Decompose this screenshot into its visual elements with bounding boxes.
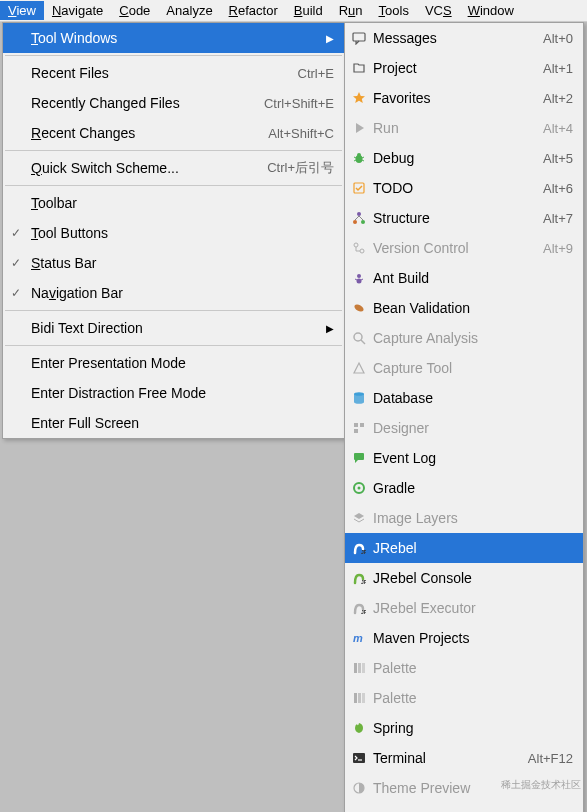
toolwin-messages[interactable]: MessagesAlt+0	[345, 23, 583, 53]
palette-icon	[351, 660, 367, 676]
menubar-tools[interactable]: Tools	[371, 1, 417, 20]
menubar-window[interactable]: Window	[460, 1, 522, 20]
menu-status-bar[interactable]: ✓Status Bar	[3, 248, 344, 278]
menu-tool-buttons[interactable]: ✓Tool Buttons	[3, 218, 344, 248]
svg-point-2	[357, 153, 361, 157]
menu-quick-switch-scheme-[interactable]: Quick Switch Scheme...Ctrl+后引号	[3, 153, 344, 183]
svg-rect-24	[360, 423, 364, 427]
palette-icon	[351, 690, 367, 706]
menubar-refactor[interactable]: Refactor	[221, 1, 286, 20]
jrebel-icon: JR	[351, 600, 367, 616]
check-icon: ✓	[11, 286, 21, 300]
menu-item-label: Tool Buttons	[31, 225, 334, 241]
menubar-navigate[interactable]: Navigate	[44, 1, 111, 20]
shortcut: Alt+2	[543, 91, 573, 106]
toolwin-capture-analysis: Capture Analysis	[345, 323, 583, 353]
toolwin-database[interactable]: Database	[345, 383, 583, 413]
svg-line-3	[354, 157, 356, 158]
menu-recently-changed-files[interactable]: Recently Changed FilesCtrl+Shift+E	[3, 88, 344, 118]
menu-item-label: Bean Validation	[373, 300, 573, 316]
db-icon	[351, 390, 367, 406]
toolwin-image-layers: Image Layers	[345, 503, 583, 533]
svg-point-27	[358, 487, 361, 490]
play-icon	[351, 120, 367, 136]
menu-item-label: Run	[373, 120, 523, 136]
designer-icon	[351, 420, 367, 436]
toolwin-jrebel[interactable]: JRJRebel	[345, 533, 583, 563]
menu-item-label: Gradle	[373, 480, 573, 496]
shortcut: Alt+0	[543, 31, 573, 46]
menu-item-label: Palette	[373, 690, 573, 706]
menu-item-label: Enter Full Screen	[31, 415, 334, 431]
menu-item-label: Maven Projects	[373, 630, 573, 646]
toolwin-version-control: Version ControlAlt+9	[345, 233, 583, 263]
toolwin-designer: Designer	[345, 413, 583, 443]
menu-item-label: Terminal	[373, 750, 508, 766]
menu-item-label: Recently Changed Files	[31, 95, 244, 111]
toolwin-ant-build[interactable]: Ant Build	[345, 263, 583, 293]
menubar-build[interactable]: Build	[286, 1, 331, 20]
shortcut: Alt+5	[543, 151, 573, 166]
menu-item-label: Capture Analysis	[373, 330, 573, 346]
menu-recent-files[interactable]: Recent FilesCtrl+E	[3, 58, 344, 88]
layers-icon	[351, 510, 367, 526]
svg-rect-32	[354, 663, 357, 673]
menu-item-label: Status Bar	[31, 255, 334, 271]
svg-rect-23	[354, 423, 358, 427]
menu-toolbar[interactable]: Toolbar	[3, 188, 344, 218]
toolwin-spring[interactable]: Spring	[345, 713, 583, 743]
menubar: ViewNavigateCodeAnalyzeRefactorBuildRunT…	[0, 0, 587, 22]
toolwin-jrebel-executor: JRJRebel Executor	[345, 593, 583, 623]
menubar-analyze[interactable]: Analyze	[158, 1, 220, 20]
menu-item-label: JRebel	[373, 540, 573, 556]
toolwin-event-log[interactable]: Event Log	[345, 443, 583, 473]
menu-item-label: TODO	[373, 180, 523, 196]
menu-recent-changes[interactable]: Recent ChangesAlt+Shift+C	[3, 118, 344, 148]
menu-item-label: Bidi Text Direction	[31, 320, 316, 336]
toolwin-palette: Palette	[345, 653, 583, 683]
menubar-run[interactable]: Run	[331, 1, 371, 20]
check-icon: ✓	[11, 256, 21, 270]
menu-enter-full-screen[interactable]: Enter Full Screen	[3, 408, 344, 438]
toolwin-debug[interactable]: DebugAlt+5	[345, 143, 583, 173]
toolwin-favorites[interactable]: FavoritesAlt+2	[345, 83, 583, 113]
toolwin-capture-tool: Capture Tool	[345, 353, 583, 383]
menu-navigation-bar[interactable]: ✓Navigation Bar	[3, 278, 344, 308]
menu-item-label: Tool Windows	[31, 30, 316, 46]
toolwin-structure[interactable]: StructureAlt+7	[345, 203, 583, 233]
bug-icon	[351, 150, 367, 166]
menu-enter-distraction-free-mode[interactable]: Enter Distraction Free Mode	[3, 378, 344, 408]
menu-item-label: Structure	[373, 210, 523, 226]
toolwin-theme-preview: Theme Preview	[345, 773, 583, 803]
separator	[5, 55, 342, 56]
shortcut: Alt+4	[543, 121, 573, 136]
menubar-code[interactable]: Code	[111, 1, 158, 20]
menu-item-label: Navigation Bar	[31, 285, 334, 301]
toolwin-todo[interactable]: TODOAlt+6	[345, 173, 583, 203]
toolwin-project[interactable]: ProjectAlt+1	[345, 53, 583, 83]
svg-point-16	[357, 279, 362, 284]
menu-item-label: Palette	[373, 660, 573, 676]
menu-enter-presentation-mode[interactable]: Enter Presentation Mode	[3, 348, 344, 378]
bean-icon	[351, 300, 367, 316]
toolwin-jrebel-console[interactable]: JRJRebel Console	[345, 563, 583, 593]
menu-item-label: Capture Tool	[373, 360, 573, 376]
menu-item-label: Theme Preview	[373, 780, 573, 796]
toolwin-bean-validation[interactable]: Bean Validation	[345, 293, 583, 323]
shortcut: Alt+F12	[528, 751, 573, 766]
jrebel-icon: JR	[351, 570, 367, 586]
menubar-view[interactable]: View	[0, 1, 44, 20]
svg-rect-37	[362, 693, 365, 703]
svg-rect-0	[353, 33, 365, 41]
menu-item-label: Debug	[373, 150, 523, 166]
menu-item-label: Enter Distraction Free Mode	[31, 385, 334, 401]
toolwin-gradle[interactable]: Gradle	[345, 473, 583, 503]
toolwin-terminal[interactable]: TerminalAlt+F12	[345, 743, 583, 773]
menu-bidi-text-direction[interactable]: Bidi Text Direction▶	[3, 313, 344, 343]
toolwin-maven-projects[interactable]: mMaven Projects	[345, 623, 583, 653]
menubar-vcs[interactable]: VCS	[417, 1, 460, 20]
svg-point-10	[361, 220, 365, 224]
menu-tool-windows[interactable]: Tool Windows▶	[3, 23, 344, 53]
svg-line-4	[362, 157, 364, 158]
shortcut: Alt+9	[543, 241, 573, 256]
